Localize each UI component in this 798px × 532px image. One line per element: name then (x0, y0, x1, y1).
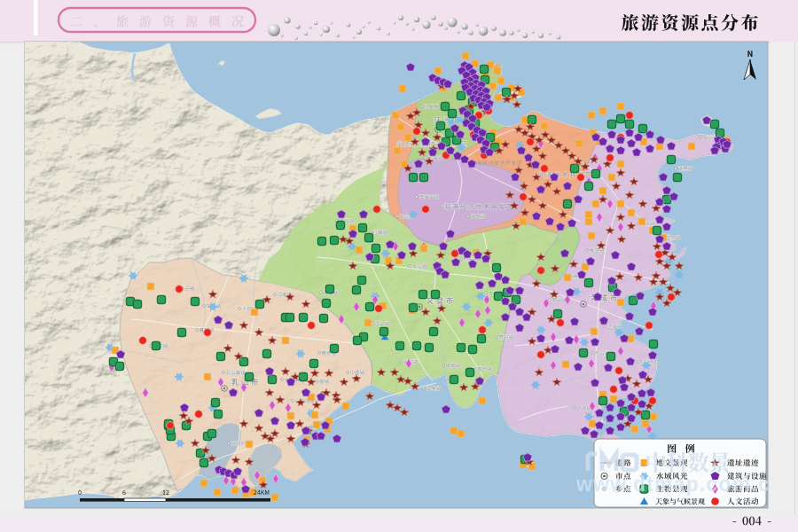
svg-text:www.dtmap.com.cn: www.dtmap.com.cn (575, 473, 784, 496)
